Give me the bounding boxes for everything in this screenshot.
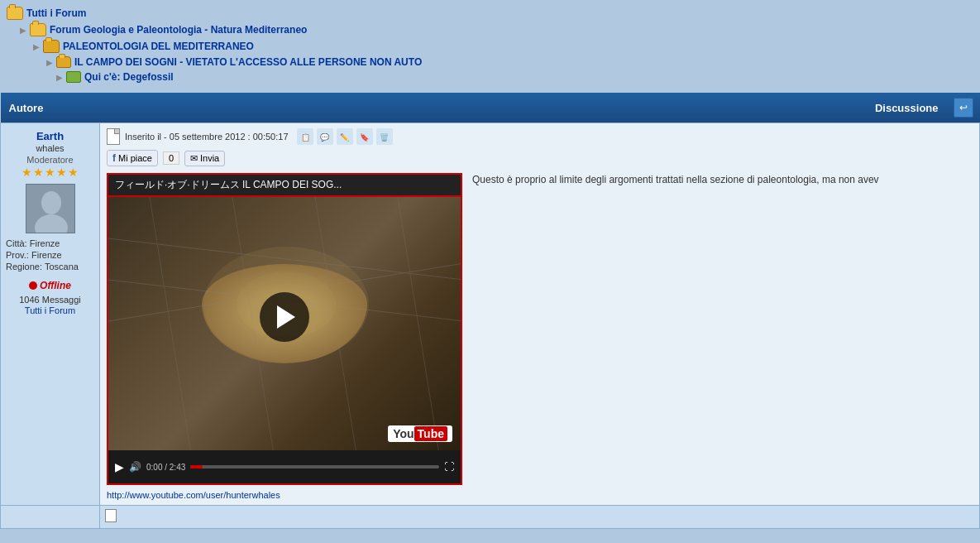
- invia-label: Invia: [200, 153, 219, 163]
- svg-text:🗑️: 🗑️: [380, 132, 390, 142]
- volume-icon[interactable]: 🔊: [129, 461, 141, 473]
- folder-icon-1: [7, 7, 23, 20]
- play-triangle-icon: [277, 305, 295, 329]
- offline-text: Offline: [40, 280, 71, 291]
- offline-dot: [29, 281, 37, 290]
- author-prov-info: Prov.: Firenze: [6, 250, 94, 260]
- post-content-area: フィールド·オブ·ドリームス IL CAMPO DEI SOG...: [107, 173, 973, 500]
- youtube-link[interactable]: http://www.youtube.com/user/hunterwhales: [107, 490, 462, 500]
- author-city-info: Città: Firenze: [6, 238, 94, 248]
- prov-label: Prov.:: [6, 250, 29, 260]
- like-row: f Mi piace 0 ✉ Invia: [107, 150, 973, 166]
- video-controls: ▶ 🔊 0:00 / 2:43 ⛶: [108, 450, 461, 483]
- youtube-you: You: [393, 427, 414, 440]
- breadcrumb-link-4[interactable]: IL CAMPO DEI SOGNI - VIETATO L'ACCESSO A…: [74, 56, 422, 68]
- svg-text:✏️: ✏️: [340, 132, 350, 142]
- offline-badge: Offline: [29, 280, 71, 291]
- svg-text:🔖: 🔖: [360, 132, 370, 142]
- header-autore: Autore: [1, 93, 100, 123]
- facebook-icon: f: [112, 152, 116, 164]
- video-title-bar: フィールド·オブ·ドリームス IL CAMPO DEI SOG...: [107, 173, 462, 195]
- header-action-icon: ↩: [947, 93, 980, 123]
- small-doc-icon: [105, 509, 117, 522]
- post-date: Inserito il - 05 settembre 2012 : 00:50:…: [125, 132, 289, 142]
- avatar-svg: [26, 185, 75, 233]
- svg-text:💬: 💬: [320, 132, 330, 142]
- post-row: Earth whales Moderatore ★★★★★ Città: Fir…: [1, 123, 980, 506]
- arrow-icon-2: ▶: [20, 26, 26, 35]
- folder-icon-3: [43, 40, 60, 53]
- like-label: Mi piace: [118, 153, 152, 163]
- delete-icon[interactable]: 🗑️: [376, 128, 393, 145]
- play-control-button[interactable]: ▶: [115, 460, 124, 473]
- arrow-icon-3: ▶: [33, 42, 40, 51]
- envelope-icon: ✉: [190, 153, 198, 164]
- breadcrumb-link-2[interactable]: Forum Geologia e Paleontologia - Natura …: [50, 24, 307, 36]
- fullscreen-button[interactable]: ⛶: [444, 461, 454, 473]
- reply-icon[interactable]: ↩: [954, 98, 973, 118]
- tutti-link[interactable]: Tutti i Forum: [25, 305, 75, 315]
- folder-icon-4: [56, 56, 71, 68]
- breadcrumb-row-4: ▶ IL CAMPO DEI SOGNI - VIETATO L'ACCESSO…: [7, 55, 973, 70]
- svg-text:📋: 📋: [301, 132, 311, 142]
- author-name-link[interactable]: Earth: [36, 130, 64, 142]
- folder-icon-2: [30, 23, 46, 36]
- video-container[interactable]: YouTube ▶ 🔊 0:00 / 2:43 ⛶: [107, 195, 462, 485]
- forum-table: Autore Discussione ↩ Earth whales Modera…: [0, 93, 980, 529]
- author-cell: Earth whales Moderatore ★★★★★ Città: Fir…: [1, 123, 100, 506]
- breadcrumb-row-3: ▶ PALEONTOLOGIA DEL MEDITERRANEO: [7, 38, 973, 55]
- author-region-info: Regione: Toscana: [6, 262, 94, 272]
- discussion-text: Questo è proprio al limite degli argomen…: [472, 173, 973, 187]
- author-stars: ★★★★★: [6, 166, 94, 179]
- message-count: 1046 Messaggi: [6, 295, 94, 305]
- svg-line-16: [150, 197, 191, 450]
- city-value: Firenze: [30, 238, 60, 248]
- document-icon: [107, 128, 120, 145]
- discussion-text-area: Questo è proprio al limite degli argomen…: [472, 173, 973, 187]
- discussione-label: Discussione: [875, 102, 939, 114]
- like-count-badge: 0: [163, 151, 179, 165]
- reply-post-icon[interactable]: 📋: [297, 128, 313, 145]
- region-value: Toscana: [45, 262, 79, 272]
- avatar: [26, 184, 75, 233]
- post-meta-row: Inserito il - 05 settembre 2012 : 00:50:…: [107, 128, 973, 145]
- bottom-author-cell: [1, 506, 100, 529]
- facebook-like-button[interactable]: f Mi piace: [107, 150, 158, 166]
- play-button[interactable]: [260, 292, 309, 342]
- city-label: Città:: [6, 238, 27, 248]
- video-section: フィールド·オブ·ドリームス IL CAMPO DEI SOG...: [107, 173, 462, 500]
- bottom-row: [1, 506, 980, 529]
- action-icons: 📋 💬 ✏️ 🔖 🗑️: [297, 128, 393, 145]
- prov-value: Firenze: [31, 250, 62, 260]
- breadcrumb-link-3[interactable]: PALEONTOLOGIA DEL MEDITERRANEO: [63, 41, 254, 52]
- bookmark-icon[interactable]: 🔖: [356, 128, 373, 145]
- breadcrumb-row-2: ▶ Forum Geologia e Paleontologia - Natur…: [7, 22, 973, 38]
- author-role: Moderatore: [26, 155, 73, 165]
- breadcrumb-link-5[interactable]: Qui c'è: Degefossil: [84, 71, 174, 83]
- arrow-icon-4: ▶: [46, 58, 53, 67]
- bottom-discussion-cell: [100, 506, 980, 529]
- discussion-cell: Inserito il - 05 settembre 2012 : 00:50:…: [100, 123, 980, 506]
- breadcrumb-row-5: ▶ Qui c'è: Degefossil: [7, 70, 973, 84]
- author-username: whales: [36, 143, 64, 153]
- edit-icon[interactable]: ✏️: [337, 128, 353, 145]
- location-icon: [66, 71, 81, 83]
- progress-fill: [190, 465, 203, 469]
- youtube-tube: Tube: [414, 426, 447, 441]
- quote-icon[interactable]: 💬: [317, 128, 333, 145]
- youtube-badge: YouTube: [388, 425, 452, 442]
- progress-bar[interactable]: [190, 465, 439, 469]
- time-display: 0:00 / 2:43: [146, 463, 185, 472]
- region-label: Regione:: [6, 262, 42, 272]
- video-title: フィールド·オブ·ドリームス IL CAMPO DEI SOG...: [115, 179, 342, 190]
- arrow-icon-5: ▶: [56, 73, 63, 82]
- table-header: Autore Discussione ↩: [1, 93, 980, 123]
- invia-button[interactable]: ✉ Invia: [184, 151, 225, 166]
- svg-line-19: [398, 197, 439, 450]
- breadcrumb-area: Tutti i Forum ▶ Forum Geologia e Paleont…: [0, 0, 980, 89]
- svg-point-1: [41, 191, 61, 214]
- breadcrumb-link-1[interactable]: Tutti i Forum: [26, 7, 86, 19]
- breadcrumb-row-1: Tutti i Forum: [7, 5, 973, 22]
- header-discussione: Discussione: [100, 93, 947, 123]
